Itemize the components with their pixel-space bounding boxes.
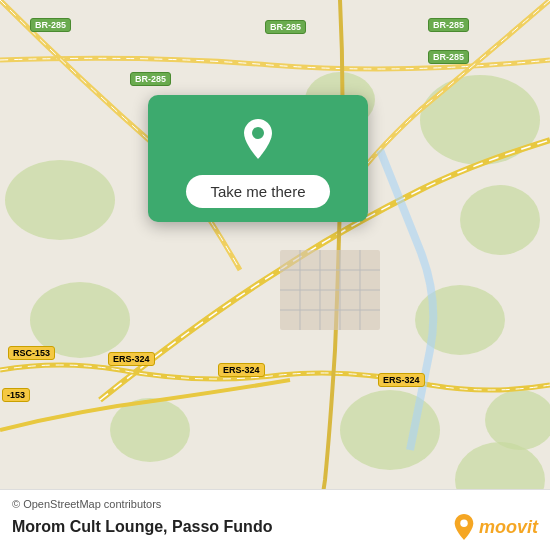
svg-point-2 — [460, 185, 540, 255]
svg-point-7 — [485, 390, 550, 450]
svg-point-19 — [252, 127, 264, 139]
road-label-r153: -153 — [2, 388, 30, 402]
svg-point-6 — [110, 398, 190, 462]
map-roads — [0, 0, 550, 550]
map-container: BR-285 BR-285 BR-285 BR-285 BR-285 RSC-1… — [0, 0, 550, 550]
location-card: Take me there — [148, 95, 368, 222]
road-label-ers324-1: ERS-324 — [108, 352, 155, 366]
bottom-bar: © OpenStreetMap contributors Morom Cult … — [0, 489, 550, 550]
svg-point-5 — [340, 390, 440, 470]
svg-point-0 — [5, 160, 115, 240]
road-label-ers324-3: ERS-324 — [378, 373, 425, 387]
take-me-there-button[interactable]: Take me there — [186, 175, 329, 208]
svg-point-20 — [460, 520, 467, 527]
moovit-pin-icon — [453, 514, 475, 540]
road-label-ers324-2: ERS-324 — [218, 363, 265, 377]
road-label-rsc153: RSC-153 — [8, 346, 55, 360]
road-label-br285-4: BR-285 — [428, 50, 469, 64]
road-label-br285-5: BR-285 — [130, 72, 171, 86]
moovit-logo: moovit — [453, 514, 538, 540]
map-attribution: © OpenStreetMap contributors — [12, 498, 538, 510]
place-name-text: Morom Cult Lounge, Passo Fundo — [12, 518, 272, 536]
road-label-br285-2: BR-285 — [265, 20, 306, 34]
location-pin-icon — [234, 115, 282, 163]
road-label-br285-3: BR-285 — [428, 18, 469, 32]
moovit-text: moovit — [479, 517, 538, 538]
road-label-br285-1: BR-285 — [30, 18, 71, 32]
